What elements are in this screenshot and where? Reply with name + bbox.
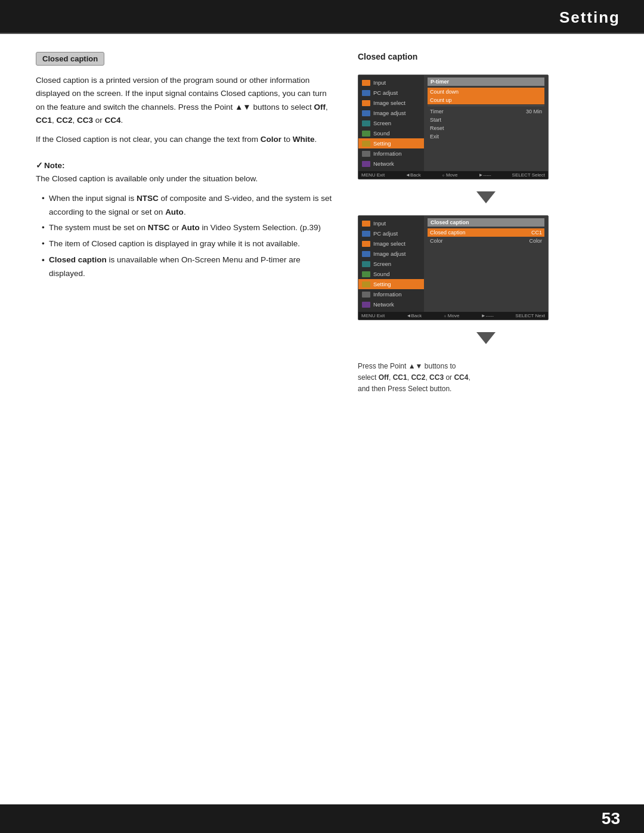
menu-left-2: Input PC adjust Image select Image adjus… [358,216,424,312]
input2-icon [362,221,370,227]
note-text: The Closed caption is available only und… [36,172,334,185]
input-icon [362,80,370,86]
screen-menu-2: Input PC adjust Image select Image adjus… [358,216,548,312]
screen-mockup-2: Input PC adjust Image select Image adjus… [358,215,549,320]
menu-right-1: P-timer Count down Count up Timer30 Min … [424,75,548,171]
note-item-2: The system must be set on NTSC or Auto i… [42,221,334,235]
menu2-input: Input [358,218,424,228]
sound-icon [362,131,370,137]
menu-input: Input [358,78,424,88]
menu2-setting: Setting ◄ [358,279,424,289]
bottom-bar: 53 [0,804,644,833]
note-item-3: The item of Closed caption is displayed … [42,237,334,251]
arrow-shape-1 [476,191,496,203]
submenu-start: Start [428,116,544,124]
menu-left-1: Input PC adjust Image select Image adjus… [358,75,424,171]
menu2-image-select: Image select [358,239,424,249]
screen-icon [362,120,370,126]
page-title: Setting [559,8,620,27]
setting2-icon [362,281,370,287]
submenu-countup: Count up [428,96,544,104]
paragraph-1: Closed caption is a printed version of t… [36,74,334,127]
image-adjust2-icon [362,251,370,257]
note-section: Note: The Closed caption is available on… [36,160,334,281]
arrow-shape-2 [476,332,496,344]
note-label: Note: [36,160,334,170]
color-word: Color [261,135,281,144]
menu-image-adjust: Image adjust [358,108,424,118]
information-icon [362,151,370,157]
image-adjust-icon [362,110,370,116]
menu2-sound: Sound [358,269,424,279]
setting2-arrow: ◄ [415,281,420,287]
menu2-image-adjust: Image adjust [358,249,424,259]
menu-setting: Setting ◄ [358,138,424,148]
screen-menu-1: Input PC adjust Image select Image adjus… [358,75,548,171]
menu-image-select: Image select [358,98,424,108]
right-column: Closed caption Input PC adjust Image sel… [358,52,614,395]
screen2-icon [362,261,370,267]
main-content: Closed caption Closed caption is a print… [0,34,644,431]
menu2-information: Information [358,289,424,299]
submenu-color: ColorColor [428,237,544,245]
submenu-exit: Exit [428,132,544,141]
submenu-closed-caption: Closed captionCC1 [428,228,544,237]
options-bold: Off [314,103,326,112]
network-icon [362,161,370,167]
submenu-reset: Reset [428,124,544,132]
menu-pc-adjust: PC adjust [358,88,424,98]
submenu-title-1: P-timer [428,78,544,86]
screen-caption: Press the Point ▲▼ buttons to select Off… [358,361,614,395]
image-select-icon [362,100,370,106]
menu2-network: Network [358,299,424,309]
information2-icon [362,292,370,298]
menu-screen: Screen [358,118,424,128]
arrow-down-2 [358,332,614,344]
note-item-4: Closed caption is unavailable when On-Sc… [42,253,334,281]
screen-footer-1: MENU Exit ◄Back ⬦ Move ►----- SELECT Sel… [358,171,548,179]
screen-section-title: Closed caption [358,52,614,61]
note-list: When the input signal is NTSC of composi… [36,192,334,281]
setting-arrow: ◄ [415,141,420,147]
header-bar: Setting [0,2,644,33]
menu2-screen: Screen [358,259,424,269]
arrow-down-1 [358,191,614,203]
submenu-title-2: Closed caption [428,218,544,227]
image-select2-icon [362,241,370,247]
screen-footer-2: MENU Exit ◄Back ⬦ Move ►----- SELECT Nex… [358,312,548,320]
network2-icon [362,302,370,308]
menu2-pc-adjust: PC adjust [358,228,424,239]
submenu-divider [428,106,544,106]
menu-network: Network [358,159,424,169]
left-column: Closed caption Closed caption is a print… [36,52,334,395]
paragraph-2: If the Closed caption is not clear, you … [36,133,334,146]
submenu-timer: Timer30 Min [428,107,544,116]
submenu-countdown: Count down [428,88,544,96]
page-number: 53 [602,809,620,828]
pc-adjust2-icon [362,231,370,237]
white-word: White [293,135,315,144]
note-item-1: When the input signal is NTSC of composi… [42,192,334,219]
closed-caption-badge: Closed caption [36,52,104,66]
sound2-icon [362,271,370,277]
menu-sound: Sound [358,128,424,138]
screen-mockup-1: Input PC adjust Image select Image adjus… [358,75,549,179]
menu-right-2: Closed caption Closed captionCC1 ColorCo… [424,216,548,312]
pc-adjust-icon [362,90,370,96]
menu-information: Information [358,148,424,159]
setting-icon [362,141,370,147]
